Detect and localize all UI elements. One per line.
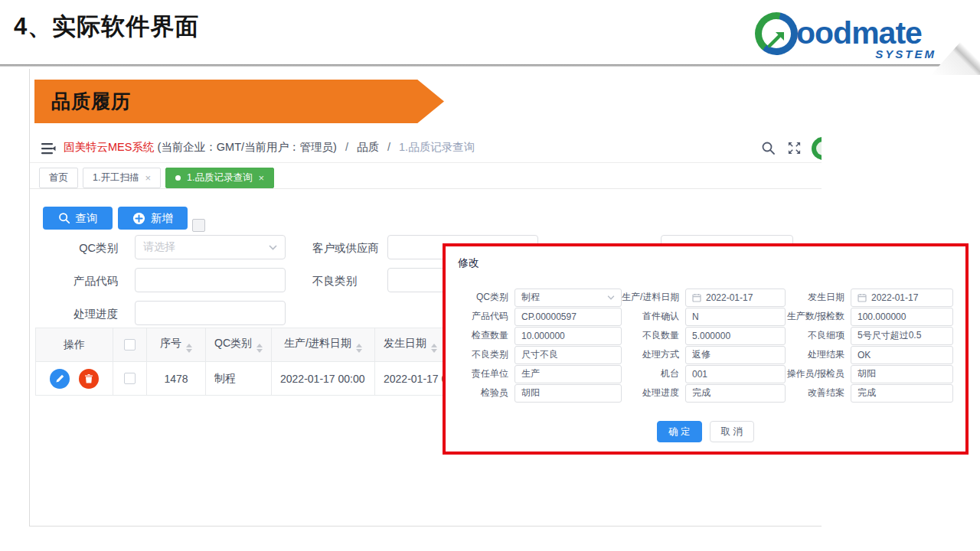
- qc-type-value: 制程: [521, 291, 540, 304]
- tab-work-scan-label: 1.开工扫描: [93, 171, 139, 184]
- sort-icon[interactable]: [431, 344, 437, 353]
- sort-icon[interactable]: [356, 344, 362, 353]
- handle-method-input[interactable]: [685, 346, 786, 364]
- tab-quality-record-query[interactable]: 1.品质记录查询 ×: [165, 168, 274, 188]
- open-tabs: 首页 1.开工扫描 × 1.品质记录查询 ×: [39, 168, 274, 188]
- select-all-checkbox[interactable]: [124, 339, 136, 350]
- qc-type-filter-label: QC类别: [45, 241, 118, 256]
- qc-type-filter-select[interactable]: 请选择: [135, 235, 286, 259]
- breadcrumb-separator: /: [345, 141, 348, 153]
- check-qty-label: 检查数量: [453, 329, 508, 342]
- modal-footer: 确 定 取 消: [446, 421, 965, 442]
- search-icon[interactable]: [761, 141, 776, 155]
- product-code-input[interactable]: [514, 308, 622, 326]
- plus-circle-icon: [132, 212, 145, 225]
- edit-row-button[interactable]: [50, 369, 70, 389]
- row-select-cell: [113, 362, 147, 396]
- logo-wordmark: oodmate: [796, 15, 922, 51]
- menu-collapse-icon[interactable]: [41, 142, 56, 155]
- check-qty-input[interactable]: [514, 327, 622, 345]
- defect-type-label: 不良类别: [453, 348, 508, 361]
- product-code-filter-label: 产品代码: [45, 274, 118, 289]
- breadcrumb-system-link[interactable]: 固美特云MES系统: [64, 141, 154, 153]
- prod-qty-input[interactable]: [851, 308, 953, 326]
- inspector-label: 检验员: [453, 386, 508, 399]
- modal-title: 修改: [458, 256, 479, 270]
- col-header-prod-date[interactable]: 生产/进料日期: [272, 328, 375, 362]
- breadcrumb-module[interactable]: 品质: [357, 141, 379, 153]
- title-divider: [0, 64, 980, 67]
- modal-form-row: 产品代码 首件确认 生产数/报检数: [446, 307, 965, 326]
- inspector-input[interactable]: [514, 384, 622, 403]
- goodmate-logo-icon: [755, 12, 798, 55]
- progress-filter-input[interactable]: [135, 301, 286, 325]
- active-tab-dot: [175, 175, 181, 181]
- progress-label: 处理进度: [622, 386, 679, 399]
- product-code-filter-input[interactable]: [135, 268, 286, 292]
- breadcrumb: 固美特云MES系统 (当前企业：GMT/当前用户：管理员) / 品质 / 1.品…: [64, 140, 475, 155]
- tab-quality-label: 1.品质记录查询: [187, 171, 252, 184]
- product-code-label: 产品代码: [453, 310, 508, 323]
- handle-result-input[interactable]: [851, 346, 953, 364]
- progress-input[interactable]: [685, 384, 786, 403]
- cancel-button[interactable]: 取 消: [710, 421, 754, 442]
- delete-row-button[interactable]: [79, 369, 99, 389]
- breadcrumb-context: (当前企业：GMT/当前用户：管理员): [157, 141, 336, 153]
- col-header-seq[interactable]: 序号: [147, 328, 206, 362]
- row-actions-cell: [36, 362, 113, 396]
- tab-work-scan[interactable]: 1.开工扫描 ×: [83, 168, 161, 188]
- confirm-button[interactable]: 确 定: [657, 421, 701, 442]
- machine-input[interactable]: [685, 365, 786, 383]
- add-button-label: 新增: [151, 211, 173, 226]
- prod-qty-label: 生产数/报检数: [786, 310, 844, 323]
- calendar-icon: [858, 293, 867, 302]
- row-checkbox[interactable]: [124, 373, 136, 384]
- fullscreen-icon[interactable]: [787, 141, 802, 155]
- edit-record-modal: 修改 QC类别 制程 生产/进料日期 2022-01-17 发生日期 2022-…: [443, 243, 969, 455]
- tab-close-icon[interactable]: ×: [145, 172, 151, 184]
- logo-arrow-icon: [765, 28, 788, 51]
- slide-title: 4、实际软件界面: [14, 11, 199, 43]
- section-banner-label: 品质履历: [51, 89, 131, 114]
- resp-unit-input[interactable]: [514, 365, 622, 383]
- qc-type-label: QC类别: [453, 291, 508, 304]
- user-avatar[interactable]: [812, 137, 822, 160]
- modal-form-row: 责任单位 机台 操作员/报检员: [446, 364, 965, 383]
- toolbar-checkbox[interactable]: [192, 219, 205, 232]
- progress-filter-label: 处理进度: [45, 307, 118, 321]
- add-button[interactable]: 新增: [118, 207, 188, 230]
- improve-input[interactable]: [851, 384, 953, 403]
- occur-date-value: 2022-01-17: [871, 292, 918, 303]
- defect-detail-input[interactable]: [851, 327, 953, 345]
- col-header-select: [113, 328, 147, 362]
- sort-icon[interactable]: [186, 344, 192, 353]
- prod-date-input[interactable]: 2022-01-17: [685, 289, 786, 307]
- row-seq-cell: 1478: [147, 362, 206, 396]
- tab-close-icon[interactable]: ×: [258, 172, 264, 184]
- defect-detail-label: 不良细项: [786, 329, 844, 342]
- defect-type-filter-label: 不良类别: [312, 274, 357, 289]
- operator-label: 操作员/报检员: [786, 367, 844, 380]
- customer-filter-label: 客户或供应商: [312, 241, 379, 256]
- defect-qty-label: 不良数量: [622, 329, 679, 342]
- col-header-qc[interactable]: QC类别: [206, 328, 272, 362]
- modal-form-row: 检查数量 不良数量 不良细项: [446, 326, 965, 345]
- defect-type-input[interactable]: [514, 346, 622, 364]
- defect-qty-input[interactable]: [685, 327, 786, 345]
- operator-input[interactable]: [851, 365, 953, 383]
- first-confirm-input[interactable]: [685, 308, 786, 326]
- qc-type-select[interactable]: 制程: [514, 289, 622, 307]
- tab-home[interactable]: 首页: [39, 168, 78, 188]
- machine-label: 机台: [622, 367, 679, 380]
- tabs-divider: [30, 188, 822, 189]
- occur-date-input[interactable]: 2022-01-17: [851, 289, 953, 307]
- handle-method-label: 处理方式: [622, 348, 679, 361]
- breadcrumb-separator: /: [387, 141, 390, 153]
- sort-icon[interactable]: [256, 344, 263, 353]
- search-icon: [58, 212, 70, 224]
- logo-subtitle: SYSTEM: [875, 47, 936, 60]
- query-button[interactable]: 查询: [43, 207, 113, 230]
- breadcrumb-bar: 固美特云MES系统 (当前企业：GMT/当前用户：管理员) / 品质 / 1.品…: [30, 134, 822, 162]
- chevron-down-icon: [607, 295, 615, 300]
- pencil-icon: [55, 373, 65, 383]
